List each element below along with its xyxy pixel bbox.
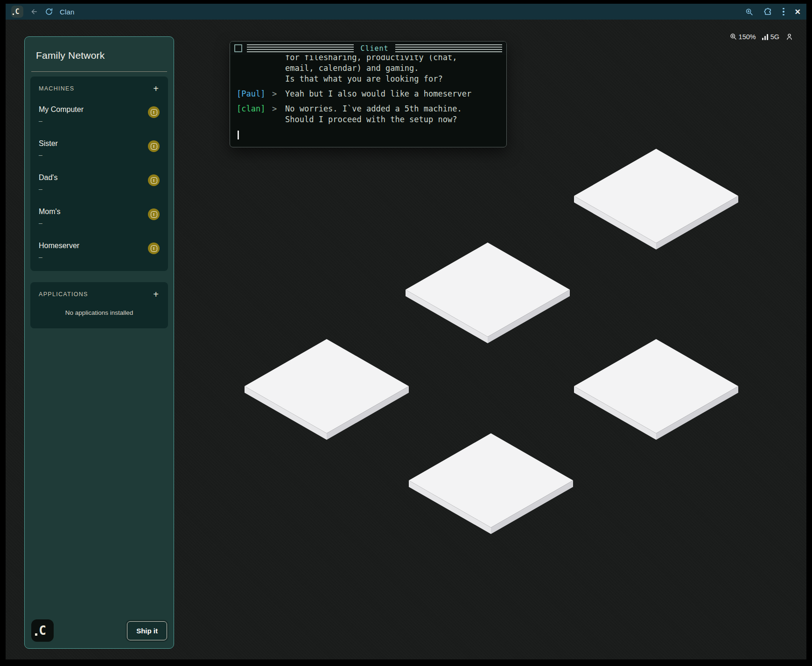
terminal-cursor bbox=[238, 131, 239, 139]
add-machine-button[interactable]: + bbox=[152, 84, 160, 93]
machine-tile[interactable] bbox=[574, 339, 738, 440]
ship-it-button[interactable]: Ship it bbox=[127, 621, 167, 640]
extensions-icon[interactable] bbox=[763, 7, 772, 16]
titlebar-lines bbox=[395, 44, 502, 52]
machines-panel: MACHINES + My Computer – ! Sister – ! bbox=[30, 76, 168, 271]
close-icon[interactable]: ✕ bbox=[795, 7, 801, 16]
main-canvas: 150% 5G Family Network MACHINES + bbox=[6, 20, 806, 659]
warning-badge-icon: ! bbox=[148, 208, 160, 220]
chat-message: [clan] > No worries. I`ve added a 5th ma… bbox=[237, 104, 500, 125]
warning-badge-icon: ! bbox=[148, 174, 160, 186]
machine-tile[interactable] bbox=[409, 433, 573, 534]
page-title: Family Network bbox=[36, 50, 168, 61]
client-terminal-window[interactable]: Client for filesharing, productivity (ch… bbox=[230, 41, 507, 147]
magnifier-icon bbox=[730, 33, 737, 40]
zoom-indicator: 150% bbox=[730, 33, 756, 41]
chat-log[interactable]: for filesharing, productivity (chat, ema… bbox=[230, 55, 506, 143]
menu-icon[interactable] bbox=[783, 8, 784, 16]
machine-tile[interactable] bbox=[574, 149, 738, 250]
network-label: 5G bbox=[770, 33, 779, 41]
applications-empty-text: No applications installed bbox=[39, 309, 160, 316]
client-titlebar[interactable]: Client bbox=[230, 42, 506, 55]
sidebar-footer: C Ship it bbox=[30, 619, 168, 642]
machine-tile[interactable] bbox=[245, 339, 409, 440]
back-icon[interactable] bbox=[30, 7, 38, 16]
clan-logo-icon: C bbox=[11, 6, 23, 18]
app-window: C Clan ✕ bbox=[0, 0, 812, 666]
window-close-box[interactable] bbox=[234, 44, 242, 52]
zoom-level: 150% bbox=[739, 33, 756, 41]
clan-logo-icon: C bbox=[31, 619, 54, 642]
machine-name: Sister bbox=[39, 139, 58, 148]
machines-header: MACHINES bbox=[39, 85, 74, 92]
browser-topbar: C Clan ✕ bbox=[6, 4, 806, 20]
machine-item[interactable]: Sister – ! bbox=[39, 139, 160, 161]
machine-status: – bbox=[39, 185, 57, 193]
machine-item[interactable]: Dad's – ! bbox=[39, 173, 160, 195]
machine-status: – bbox=[39, 117, 84, 125]
sidebar-divider bbox=[31, 71, 167, 72]
signal-bars-icon bbox=[762, 34, 769, 40]
person-icon[interactable] bbox=[785, 33, 793, 41]
warning-badge-icon: ! bbox=[148, 140, 160, 152]
status-hud: 150% 5G bbox=[730, 33, 793, 41]
warning-badge-icon: ! bbox=[148, 106, 160, 118]
zoom-in-icon[interactable] bbox=[745, 8, 753, 16]
network-indicator: 5G bbox=[762, 33, 779, 41]
add-application-button[interactable]: + bbox=[152, 290, 160, 299]
applications-header: APPLICATIONS bbox=[39, 291, 88, 298]
machine-name: Homeserver bbox=[39, 242, 79, 250]
machine-status: – bbox=[39, 253, 79, 261]
machine-status: – bbox=[39, 219, 61, 227]
sender-clan: [clan] bbox=[237, 104, 272, 114]
sender-paul: [Paul] bbox=[237, 89, 272, 99]
tab-title: Clan bbox=[60, 8, 75, 16]
machine-status: – bbox=[39, 151, 58, 159]
machine-item[interactable]: Homeserver – ! bbox=[39, 242, 160, 264]
refresh-icon[interactable] bbox=[45, 7, 53, 16]
chat-message: [Paul] > Yeah but I also would like a ho… bbox=[237, 89, 500, 99]
machine-item[interactable]: My Computer – ! bbox=[39, 105, 160, 127]
machine-item[interactable]: Mom's – ! bbox=[39, 208, 160, 229]
titlebar-lines bbox=[247, 44, 354, 52]
chat-message: for filesharing, productivity (chat, ema… bbox=[237, 55, 500, 84]
machine-name: Mom's bbox=[39, 208, 61, 216]
machine-name: Dad's bbox=[39, 173, 57, 182]
machine-tile[interactable] bbox=[406, 243, 570, 343]
family-network-sidebar: Family Network MACHINES + My Computer – … bbox=[24, 36, 174, 649]
applications-panel: APPLICATIONS + No applications installed bbox=[30, 282, 168, 328]
warning-badge-icon: ! bbox=[148, 243, 160, 254]
machine-name: My Computer bbox=[39, 105, 84, 114]
client-window-title: Client bbox=[358, 44, 390, 53]
